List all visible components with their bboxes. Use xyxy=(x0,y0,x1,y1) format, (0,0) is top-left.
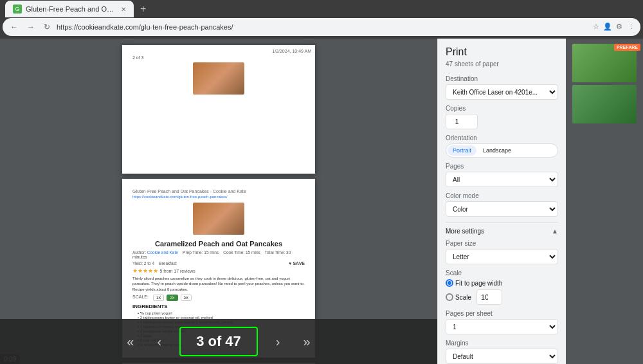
side-content: PREFARE xyxy=(566,39,643,129)
scale-label: SCALE: xyxy=(132,295,149,301)
print-title: Print xyxy=(446,46,558,58)
page-1-preview: 1/2/2024, 10:49 AM 2 of 3 xyxy=(122,45,315,174)
sheets-info: 47 sheets of paper xyxy=(446,60,558,68)
more-settings-label: More settings xyxy=(446,228,484,235)
recipe-title: Caramelized Peach and Oat Pancakes xyxy=(132,240,305,248)
recipe-stars: ★★★★★ 5 from 17 reviews xyxy=(132,268,305,274)
pages-label: Pages xyxy=(446,163,558,170)
tab-title: Gluten-Free Peach and Oat Pa... xyxy=(26,5,114,13)
copies-input[interactable] xyxy=(446,114,478,129)
paper-size-label: Paper size xyxy=(446,240,558,247)
landscape-button[interactable]: Landscape xyxy=(478,145,516,156)
scale-3x-button[interactable]: 3X xyxy=(181,295,192,301)
browser-chrome: G Gluten-Free Peach and Oat Pa... ✕ + ← … xyxy=(0,0,643,39)
save-label: ♥ SAVE xyxy=(289,261,305,266)
scale-label: Scale xyxy=(446,269,558,277)
pages-per-sheet-label: Pages per sheet xyxy=(446,310,558,317)
page-date: 1/2/2024, 10:49 AM xyxy=(272,49,311,53)
pages-per-sheet-select[interactable]: 1 xyxy=(446,319,558,334)
color-label: Color mode xyxy=(446,192,558,199)
portrait-button[interactable]: Portrait xyxy=(448,145,476,156)
ingredient-1: ⅔ cup plain yogurt xyxy=(132,311,305,315)
destination-select[interactable]: Keith Office Laser on 4201e... xyxy=(446,84,558,100)
rating: 5 from 17 reviews xyxy=(160,269,195,273)
pages-select[interactable]: All xyxy=(446,172,558,187)
copies-label: Copies xyxy=(446,105,558,112)
recipe-url: https://cookieandkate.com/gluten-free-pe… xyxy=(132,195,305,199)
recipe-image-2 xyxy=(193,203,244,235)
url-input[interactable] xyxy=(57,23,588,31)
scale-1x-button[interactable]: 1X xyxy=(153,295,164,301)
scale-input[interactable] xyxy=(476,289,502,305)
first-page-button[interactable]: « xyxy=(122,329,139,354)
scale-custom-group: Scale xyxy=(446,289,558,305)
preview-scroll: 1/2/2024, 10:49 AM 2 of 3 Gluten-Free Pe… xyxy=(6,45,431,364)
scale-buttons: SCALE: 1X 2X 3X xyxy=(132,295,305,301)
scale-custom-option[interactable]: Scale xyxy=(446,293,471,301)
bookmark-icon[interactable]: ☆ xyxy=(592,23,601,32)
fit-to-page-option[interactable]: Fit to page width xyxy=(446,279,502,287)
right-side-panels: PREFARE xyxy=(566,39,643,364)
scale-radio-button[interactable] xyxy=(446,293,453,301)
new-tab-button[interactable]: + xyxy=(136,3,150,15)
preview-area: 1/2/2024, 10:49 AM 2 of 3 Gluten-Free Pe… xyxy=(0,39,437,364)
color-select[interactable]: Color xyxy=(446,201,558,217)
forward-button[interactable]: → xyxy=(24,21,37,33)
site-header: Gluten-Free Peach and Oat Pancakes - Coo… xyxy=(132,189,305,194)
page-navigation-overlay: « ‹ 3 of 47 › » xyxy=(0,319,437,364)
ingredients-title: INGREDIENTS xyxy=(132,304,305,309)
recipe-description: Thinly sliced peaches caramelize as they… xyxy=(132,276,305,292)
author-name: Cookie and Kate xyxy=(147,250,178,255)
page-indicator: 3 of 47 xyxy=(179,327,258,356)
margins-label: Margins xyxy=(446,340,558,347)
orientation-group: Portrait Landscape xyxy=(446,143,558,158)
profile-icon[interactable]: 👤 xyxy=(603,23,612,32)
scale-num-label: Scale xyxy=(455,294,471,301)
tab-bar: G Gluten-Free Peach and Oat Pa... ✕ + xyxy=(0,0,643,18)
recipe-meta-2: Yield: 2 to 4 Breakfast ♥ SAVE xyxy=(132,261,305,266)
scale-2x-button[interactable]: 2X xyxy=(167,295,177,301)
last-page-button[interactable]: » xyxy=(298,329,316,354)
paper-size-select[interactable]: Letter xyxy=(446,249,558,264)
more-settings-header[interactable]: More settings ▲ xyxy=(446,228,558,235)
tab-favicon: G xyxy=(13,5,22,14)
refresh-button[interactable]: ↻ xyxy=(41,21,53,33)
author-label: Author: xyxy=(132,250,146,255)
category: Breakfast xyxy=(159,261,176,266)
prefare-badge: PREFARE xyxy=(614,44,640,51)
orientation-label: Orientation xyxy=(446,134,558,141)
cook-time: Cook Time: 15 mins xyxy=(223,250,260,255)
more-settings-chevron: ▲ xyxy=(552,228,558,235)
fit-label: Fit to page width xyxy=(455,280,502,287)
more-icon[interactable]: ⋮ xyxy=(626,23,635,32)
scale-radio-group: Fit to page width xyxy=(446,279,558,287)
page-number-label: 2 of 3 xyxy=(132,55,305,60)
browser-icons: ☆ 👤 ⚙ ⋮ xyxy=(592,23,635,32)
yield: Yield: 2 to 4 xyxy=(132,261,154,266)
tab-close-button[interactable]: ✕ xyxy=(121,6,126,13)
prep-time: Prep Time: 15 mins xyxy=(183,250,219,255)
recipe-meta: Author: Cookie and Kate Prep Time: 15 mi… xyxy=(132,250,305,259)
print-panel: Print 47 sheets of paper Destination Kei… xyxy=(437,39,566,364)
back-button[interactable]: ← xyxy=(8,21,21,33)
next-page-button[interactable]: › xyxy=(271,329,285,354)
destination-label: Destination xyxy=(446,75,558,82)
side-thumbnail-2 xyxy=(572,85,637,123)
main-container: 1/2/2024, 10:49 AM 2 of 3 Gluten-Free Pe… xyxy=(0,39,643,364)
stars: ★★★★★ xyxy=(132,268,158,274)
margins-select[interactable]: Default xyxy=(446,349,558,364)
active-tab[interactable]: G Gluten-Free Peach and Oat Pa... ✕ xyxy=(5,1,134,17)
address-bar: ← → ↻ ☆ 👤 ⚙ ⋮ xyxy=(3,18,640,36)
divider-1 xyxy=(446,222,558,223)
extension-icon[interactable]: ⚙ xyxy=(615,23,624,32)
prev-page-button[interactable]: ‹ xyxy=(152,329,167,354)
recipe-image-1 xyxy=(193,62,244,95)
fit-radio-button[interactable] xyxy=(446,279,453,287)
